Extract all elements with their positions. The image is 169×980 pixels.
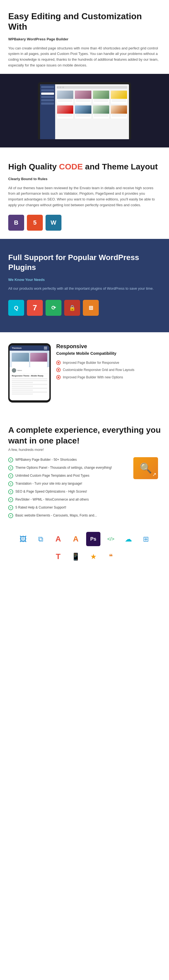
- bottom-icon-cloud: ☁: [121, 532, 136, 546]
- laptop-template-grid: [57, 90, 127, 119]
- editing-description: You can create unlimited page structures…: [8, 46, 161, 68]
- exp-text-8: Basic website Elements - Carousels, Maps…: [15, 513, 97, 518]
- responsive-feature-1: Improved Page Builder for Responsive: [56, 361, 161, 365]
- tech-icons-row: B 5 W: [8, 215, 161, 231]
- exp-text-2: Theme Options Panel - Thousands of setti…: [15, 465, 112, 470]
- phone-hero-card-2: [30, 353, 47, 367]
- wordpress-icon: W: [46, 215, 62, 231]
- exp-item-1: WPBakery Page Builder - 50+ Shortcodes: [8, 457, 129, 462]
- responsive-info: Responsive Complete Mobile Compatibility…: [56, 343, 161, 382]
- laptop-main-area: [55, 84, 129, 139]
- bottom-icons-grid: 🖼 ⧉ A A Ps </> ☁ ⊞ T 📱 ★ ❝: [8, 532, 161, 564]
- responsive-feature-3: Improved Page Builder With new Options: [56, 375, 161, 380]
- exp-item-2: Theme Options Panel - Thousands of setti…: [8, 465, 129, 470]
- laptop-card-8: [111, 105, 127, 119]
- phone-text-line-4: [12, 384, 47, 385]
- sidebar-item-6: [41, 102, 54, 105]
- exp-plus-icon-8: [8, 513, 13, 518]
- laptop-sidebar: [40, 84, 55, 139]
- cursor-icon: ↗: [152, 471, 156, 477]
- editing-subtitle: WPBakery WordPress Page Builder: [8, 37, 161, 42]
- few-more-label: A few, hundreds more!: [8, 447, 161, 452]
- exp-item-7: 5 Rated Help & Customer Support!: [8, 505, 129, 510]
- section-code: High Quality CODE and Theme Layout Clear…: [0, 148, 169, 239]
- code-title-part2: and Theme Layout: [83, 162, 158, 171]
- responsive-feature-2: Customizable Responsive Grid and Row Lay…: [56, 368, 161, 372]
- phone-logo: Themium: [12, 347, 22, 349]
- bottom-icon-star: ★: [86, 549, 100, 564]
- code-description: All of our themes have been reviewed by …: [8, 185, 161, 208]
- phone-menu-icon: [44, 347, 47, 349]
- check-icon-3: [56, 375, 61, 379]
- quill-plugin-icon: Q: [8, 300, 24, 316]
- code-title-highlight: CODE: [59, 162, 83, 171]
- phone-text-line-7: [12, 390, 33, 391]
- menu-line-1: [44, 347, 47, 347]
- section-responsive: Themium Admin Responsive Theme - Mobile …: [0, 332, 169, 414]
- bottom-icon-phone-mobile: 📱: [69, 549, 83, 564]
- laptop-card-4: [111, 90, 127, 104]
- phone-avatar-row: Admin: [9, 367, 49, 374]
- laptop-card-2: [74, 90, 92, 104]
- sidebar-item-5: [41, 99, 54, 101]
- responsive-features-list: Improved Page Builder for Responsive Cus…: [56, 361, 161, 380]
- exp-plus-icon-7: [8, 505, 13, 510]
- bottom-icon-grid-small: ⊞: [139, 532, 153, 546]
- phone-card-title: Responsive Theme - Mobile Ready: [9, 374, 49, 377]
- phone-screen: Themium Admin Responsive Theme - Mobile …: [9, 345, 49, 400]
- feature-text-1: Improved Page Builder for Responsive: [63, 361, 119, 365]
- exp-item-6: RevSlider - WPML - WooCommerce and all o…: [8, 497, 129, 502]
- exp-item-5: SEO & Page Speed Optimizations - High Sc…: [8, 489, 129, 494]
- laptop-top-bar: [57, 86, 127, 89]
- laptop-card-6: [74, 105, 92, 119]
- code-subtitle: Clearly Bound to Rules: [8, 176, 161, 182]
- code-title-part1: High Quality: [8, 162, 59, 171]
- phone-hero-card-1: [12, 353, 29, 367]
- phone-header: Themium: [9, 345, 49, 351]
- support-title: Full Support for Popular WordPress Plugi…: [8, 253, 161, 273]
- exp-text-4: Translation - Turn your site into any la…: [15, 481, 82, 486]
- phone-text-line-1: [12, 378, 47, 379]
- bottom-icon-image: 🖼: [16, 532, 30, 546]
- phone-mockup: Themium Admin Responsive Theme - Mobile …: [8, 343, 51, 402]
- experience-title: A complete experience, everything you wa…: [8, 425, 161, 446]
- bottom-icon-text-a: A: [51, 532, 65, 546]
- seven-plugin-icon: 7: [27, 300, 43, 316]
- laptop-screen: [40, 84, 129, 139]
- menu-line-2: [44, 348, 47, 348]
- check-icon-2: [56, 368, 61, 372]
- exp-text-7: 5 Rated Help & Customer Support!: [15, 505, 66, 510]
- laptop-card-1: [57, 90, 74, 104]
- menu-line-3: [44, 349, 47, 349]
- exp-item-8: Basic website Elements - Carousels, Maps…: [8, 513, 129, 518]
- phone-text-line-5: [12, 386, 33, 387]
- bottom-icon-quote: ❝: [104, 549, 118, 564]
- exp-item-3: Unlimited Custom Page Templates and Post…: [8, 473, 129, 478]
- exp-plus-icon-6: [8, 497, 13, 502]
- exp-plus-icon-1: [8, 457, 13, 462]
- grid-plugin-icon: ⊞: [83, 300, 99, 316]
- phone-hero-area: [9, 351, 49, 367]
- exp-plus-icon-4: [8, 481, 13, 486]
- feature-text-3: Improved Page Builder With new Options: [63, 375, 123, 380]
- laptop-card-7: [93, 105, 109, 119]
- exp-text-1: WPBakery Page Builder - 50+ Shortcodes: [15, 457, 77, 462]
- phone-text-line-9: [12, 393, 33, 395]
- laptop-mockup-container: [0, 74, 169, 139]
- section-support: Full Support for Popular WordPress Plugi…: [0, 239, 169, 332]
- html5-icon: 5: [27, 215, 43, 231]
- exp-text-3: Unlimited Custom Page Templates and Post…: [15, 473, 90, 478]
- bottom-icon-gradient-a: A: [69, 532, 83, 546]
- experience-row: WPBakery Page Builder - 50+ Shortcodes T…: [8, 457, 161, 521]
- bottom-icon-layers: ⧉: [33, 532, 48, 546]
- bootstrap-icon: B: [8, 215, 24, 231]
- magnifier-icon: 🔍: [140, 462, 152, 474]
- sidebar-item-1: [41, 86, 54, 88]
- section-editing: Easy Editing and Customization With WPBa…: [0, 0, 169, 68]
- phone-text-area: [9, 377, 49, 396]
- laptop-card-3: [93, 90, 109, 104]
- phone-text-line-6: [12, 388, 47, 389]
- sidebar-item-4: [41, 96, 54, 98]
- support-description: All our products work perfectly with all…: [8, 286, 161, 292]
- laptop-mockup: [38, 82, 131, 139]
